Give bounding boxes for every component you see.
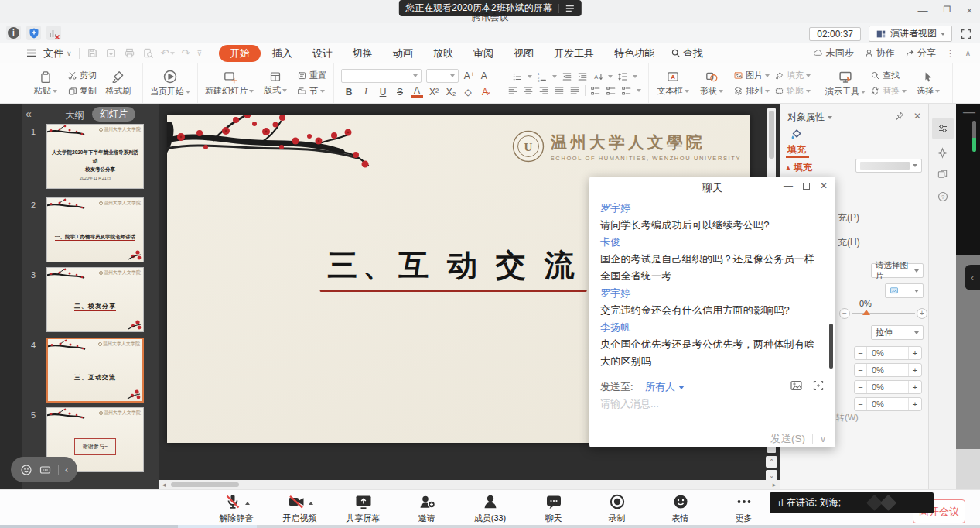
ribbon-重置-button[interactable]: 重置 bbox=[297, 70, 326, 81]
ribbon-形状-button[interactable]: 形状 bbox=[695, 70, 729, 97]
presenter-view-select[interactable]: 演讲者视图 bbox=[869, 26, 952, 42]
ar-icon[interactable] bbox=[538, 85, 549, 96]
macro-disabled-icon[interactable] bbox=[46, 26, 61, 40]
collapse-quickbar-icon[interactable]: ‹ bbox=[65, 465, 68, 475]
spinner-minus[interactable]: − bbox=[855, 398, 867, 410]
spinner-plus[interactable]: + bbox=[909, 364, 921, 376]
spinner-minus[interactable]: − bbox=[855, 364, 867, 376]
stretch-select[interactable]: 拉伸 bbox=[871, 325, 924, 340]
meeting-button-mic-muted[interactable]: 解除静音 bbox=[217, 493, 257, 524]
offset-spinner-1[interactable]: −0%+ bbox=[854, 346, 922, 360]
transparency-slider[interactable] bbox=[852, 313, 915, 314]
fill-style-select[interactable] bbox=[855, 159, 922, 173]
tab-outline[interactable]: 大纲 bbox=[65, 109, 84, 122]
meeting-button-invite[interactable]: 邀请 bbox=[407, 493, 447, 524]
fullscreen-icon[interactable] bbox=[960, 28, 972, 40]
superscript-button[interactable]: X² bbox=[428, 87, 440, 98]
close-panel-icon[interactable]: ✕ bbox=[913, 111, 921, 122]
ribbon-图片-button[interactable]: 图片 bbox=[733, 70, 770, 81]
chat-minimize-icon[interactable]: — bbox=[784, 180, 793, 191]
ribbon-当页开始-button[interactable]: 当页开始 bbox=[150, 69, 190, 98]
ribbon-选择-button[interactable]: 选择 bbox=[911, 70, 945, 97]
spinner-plus[interactable]: + bbox=[909, 347, 921, 359]
tab-动画[interactable]: 动画 bbox=[383, 45, 423, 62]
panel-collapse-handle[interactable]: ‹ bbox=[965, 265, 980, 290]
font-family-select[interactable] bbox=[341, 69, 422, 83]
fill-tab-label[interactable]: 填充 bbox=[787, 143, 806, 156]
ribbon-剪切-button[interactable]: 剪切 bbox=[67, 70, 97, 81]
image-mode-select[interactable] bbox=[885, 283, 924, 298]
text-effects-icon[interactable]: A̴ bbox=[479, 87, 491, 98]
ribbon-查找-button[interactable]: 查找 bbox=[870, 70, 907, 81]
ribbon-新建幻灯片-button[interactable]: 新建幻灯片 bbox=[205, 70, 254, 97]
pick-image-select[interactable]: 请选择图片 bbox=[871, 263, 924, 278]
slide-thumbnail-4[interactable]: 温州大学人文学院三、互动交流 bbox=[46, 338, 144, 403]
output-icon[interactable] bbox=[105, 47, 117, 59]
customize-toolbar-icon[interactable]: ⊽ bbox=[196, 50, 202, 57]
chevron-up-icon[interactable] bbox=[245, 502, 250, 505]
hamburger-menu-icon[interactable] bbox=[26, 49, 36, 57]
chat-scrollbar[interactable] bbox=[829, 324, 833, 369]
italic-button[interactable]: I bbox=[360, 86, 372, 98]
fill-section-header[interactable]: ▲填充 bbox=[785, 161, 812, 174]
clear-format-icon[interactable]: ◇ bbox=[462, 87, 474, 98]
slide-thumbnail-2[interactable]: 温州大学人文学院一、院学工办辅导员及学院老师讲话 bbox=[46, 197, 144, 262]
tab-放映[interactable]: 放映 bbox=[423, 45, 463, 62]
subscript-button[interactable]: X₂ bbox=[445, 87, 457, 98]
tab-slides[interactable]: 幻灯片 bbox=[92, 107, 135, 122]
ribbon-填充-button[interactable]: 填充 bbox=[774, 70, 811, 81]
sync-status[interactable]: 未同步 bbox=[812, 46, 854, 60]
slider-minus-button[interactable]: − bbox=[839, 308, 850, 319]
hamburger-icon[interactable] bbox=[565, 5, 575, 12]
minimize-icon[interactable]: — bbox=[918, 5, 928, 16]
tab-插入[interactable]: 插入 bbox=[262, 45, 302, 62]
chat-maximize-icon[interactable] bbox=[803, 183, 810, 190]
bold-button[interactable]: B bbox=[343, 87, 355, 98]
ribbon-版式-button[interactable]: 版式 bbox=[258, 70, 292, 96]
inddec-icon[interactable] bbox=[562, 71, 572, 82]
chat-close-icon[interactable]: ✕ bbox=[820, 180, 828, 191]
mlist-icon[interactable] bbox=[606, 85, 616, 96]
slide-thumbnail-3[interactable]: 温州大学人文学院二、校友分享 bbox=[46, 267, 144, 332]
slide-thumbnail-1[interactable]: 温州大学人文学院人文学院2020年下半年就业指导系列活动——校友考公分享2020… bbox=[46, 124, 144, 189]
meeting-button-more[interactable]: 更多 bbox=[724, 493, 764, 524]
slider-marker[interactable] bbox=[862, 310, 870, 315]
send-to-select[interactable]: 所有人 bbox=[645, 380, 685, 394]
decrease-font-icon[interactable]: A⁻ bbox=[480, 70, 493, 81]
fill-bucket-icon[interactable] bbox=[789, 127, 803, 143]
slider-plus-button[interactable]: + bbox=[917, 308, 927, 319]
save-icon[interactable] bbox=[87, 47, 98, 59]
share-button[interactable]: 分享 bbox=[905, 46, 936, 60]
scroll-left-icon[interactable]: ◂ bbox=[159, 481, 169, 489]
meeting-button-camera-off[interactable]: 开启视频 bbox=[280, 493, 320, 524]
collapse-ribbon-icon[interactable]: ∧ bbox=[965, 49, 971, 57]
tab-特色功能[interactable]: 特色功能 bbox=[604, 45, 664, 62]
offset-spinner-4[interactable]: −0%+ bbox=[854, 397, 922, 411]
chat-input[interactable] bbox=[600, 398, 817, 410]
meeting-button-record[interactable]: 录制 bbox=[597, 493, 637, 524]
tab-切换[interactable]: 切换 bbox=[343, 45, 383, 62]
offset-spinner-3[interactable]: −0%+ bbox=[854, 380, 922, 394]
underline-button[interactable]: U bbox=[377, 87, 389, 98]
previous-slide-button[interactable]: ⌃ bbox=[766, 456, 777, 468]
ad-icon[interactable] bbox=[569, 85, 580, 96]
insert-image-icon[interactable] bbox=[790, 379, 803, 394]
ribbon-节-button[interactable]: 节 bbox=[297, 85, 326, 97]
send-button[interactable]: 发送(S) bbox=[770, 432, 805, 446]
numlist-icon[interactable]: 123 bbox=[537, 71, 548, 82]
al-icon[interactable] bbox=[507, 85, 518, 96]
more-vertical-icon[interactable]: ⋮ bbox=[946, 48, 955, 59]
ribbon-排列-button[interactable]: 排列 bbox=[733, 85, 770, 97]
tab-find[interactable]: 查找 bbox=[671, 46, 703, 60]
ribbon-复制-button[interactable]: 复制 bbox=[67, 85, 97, 97]
spinner-plus[interactable]: + bbox=[909, 398, 921, 410]
file-menu[interactable]: 文件∨ bbox=[43, 46, 72, 60]
tab-开始[interactable]: 开始 bbox=[219, 45, 261, 62]
ribbon-粘贴-button[interactable]: 粘贴 bbox=[29, 70, 63, 97]
duplicate-slide-icon[interactable] bbox=[937, 169, 948, 183]
mlist-icon[interactable] bbox=[590, 85, 601, 96]
spacing-icon[interactable] bbox=[617, 71, 628, 82]
restore-icon[interactable]: ❐ bbox=[944, 5, 951, 16]
redo-icon[interactable]: ↷ bbox=[182, 47, 190, 59]
print-icon[interactable] bbox=[124, 47, 135, 59]
